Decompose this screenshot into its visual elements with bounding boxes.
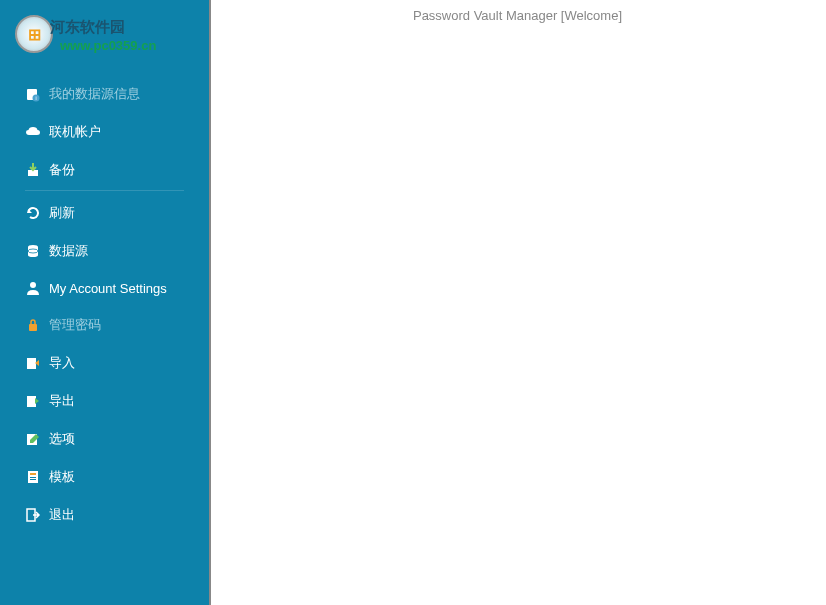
sidebar-item-template[interactable]: 模板 [0, 458, 209, 496]
refresh-icon [25, 205, 41, 221]
app-logo: ⊞ [15, 15, 53, 53]
svg-rect-8 [27, 358, 36, 369]
sidebar-item-online-account[interactable]: 联机帐户 [0, 113, 209, 151]
sidebar-item-import[interactable]: 导入 [0, 344, 209, 382]
sidebar-item-label: 联机帐户 [49, 123, 101, 141]
datasource-info-icon: i [25, 86, 41, 102]
sidebar-item-label: 导入 [49, 354, 75, 372]
watermark-text: 河东软件园 [50, 18, 125, 37]
svg-text:i: i [35, 95, 36, 101]
sidebar-item-label: 备份 [49, 161, 75, 179]
cloud-icon [25, 124, 41, 140]
sidebar-item-label: 刷新 [49, 204, 75, 222]
main-content: Password Vault Manager [Welcome] [209, 0, 826, 605]
sidebar-item-datasource[interactable]: 数据源 [0, 232, 209, 270]
sidebar-item-label: 选项 [49, 430, 75, 448]
sidebar-item-backup[interactable]: 备份 [0, 151, 209, 191]
svg-rect-13 [30, 477, 36, 478]
sidebar-item-label: 退出 [49, 506, 75, 524]
sidebar-item-manage-password[interactable]: 管理密码 [0, 306, 209, 344]
sidebar-item-label: 模板 [49, 468, 75, 486]
template-icon [25, 469, 41, 485]
logo-area: ⊞ 河东软件园 www.pc0359.cn [0, 10, 209, 60]
svg-rect-12 [30, 473, 36, 475]
lock-icon [25, 317, 41, 333]
options-icon [25, 431, 41, 447]
sidebar-item-options[interactable]: 选项 [0, 420, 209, 458]
sidebar-item-label: 管理密码 [49, 316, 101, 334]
sidebar-item-export[interactable]: 导出 [0, 382, 209, 420]
svg-rect-7 [29, 324, 37, 331]
sidebar-item-exit[interactable]: 退出 [0, 496, 209, 534]
import-icon [25, 355, 41, 371]
export-icon [25, 393, 41, 409]
sidebar-menu: i 我的数据源信息 联机帐户 备份 刷新 [0, 75, 209, 534]
sidebar-item-datasource-info[interactable]: i 我的数据源信息 [0, 75, 209, 113]
sidebar-item-refresh[interactable]: 刷新 [0, 194, 209, 232]
svg-rect-14 [30, 479, 36, 480]
svg-rect-9 [27, 396, 36, 407]
sidebar-item-label: 数据源 [49, 242, 88, 260]
sidebar-item-label: 导出 [49, 392, 75, 410]
sidebar-item-account-settings[interactable]: My Account Settings [0, 270, 209, 306]
exit-icon [25, 507, 41, 523]
backup-icon [25, 162, 41, 178]
svg-point-6 [30, 282, 36, 288]
sidebar-item-label: My Account Settings [49, 281, 167, 296]
database-icon [25, 243, 41, 259]
page-title: Password Vault Manager [Welcome] [209, 0, 826, 31]
sidebar-item-label: 我的数据源信息 [49, 85, 140, 103]
watermark-url: www.pc0359.cn [60, 38, 156, 53]
sidebar: ⊞ 河东软件园 www.pc0359.cn i 我的数据源信息 联机帐户 备份 [0, 0, 209, 605]
user-icon [25, 280, 41, 296]
